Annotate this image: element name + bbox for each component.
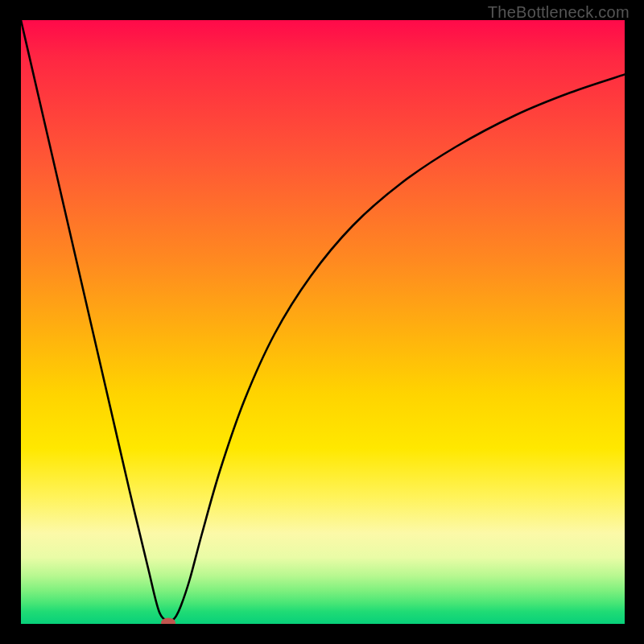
curve-line	[21, 20, 625, 621]
plot-area	[21, 20, 625, 624]
chart-frame: TheBottleneck.com	[0, 0, 644, 644]
watermark-text: TheBottleneck.com	[488, 3, 630, 22]
chart-svg	[21, 20, 625, 624]
